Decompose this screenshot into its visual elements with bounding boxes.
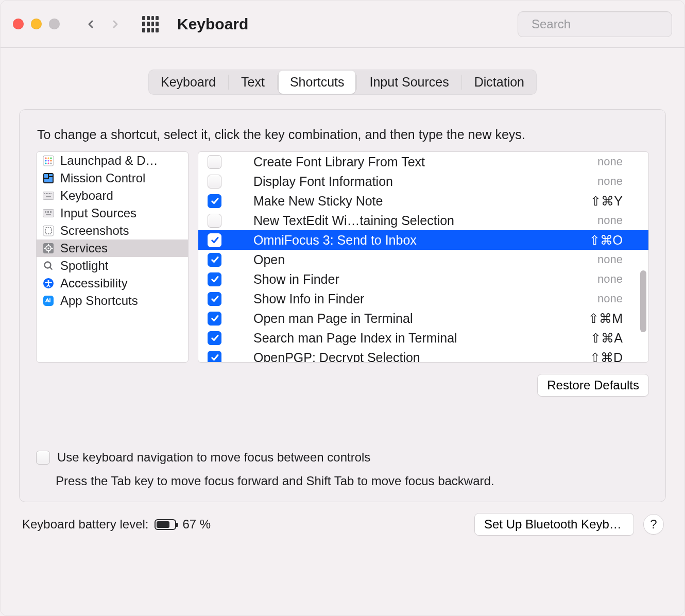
category-label: Screenshots <box>60 224 129 238</box>
minimize-window-button[interactable] <box>31 19 42 29</box>
titlebar: Keyboard <box>1 1 684 48</box>
shortcut-name: OpenPGP: Decrypt Selection <box>253 350 590 363</box>
svg-point-6 <box>45 160 46 161</box>
category-label: Services <box>60 241 108 255</box>
shortcut-name: New TextEdit Wi…taining Selection <box>253 213 597 228</box>
category-label: Mission Control <box>60 171 145 185</box>
svg-point-5 <box>50 157 52 159</box>
shortcut-list[interactable]: Create Font Library From Text none Displ… <box>198 151 649 363</box>
category-screenshots[interactable]: Screenshots <box>37 222 188 239</box>
svg-rect-17 <box>43 192 54 200</box>
shortcut-checkbox[interactable] <box>208 233 221 247</box>
battery-percent: 67 % <box>182 517 211 532</box>
shortcut-checkbox[interactable] <box>208 175 221 189</box>
shortcut-row[interactable]: Search man Page Index in Terminal ⇧⌘A <box>198 328 648 348</box>
shortcut-row[interactable]: Show in Finder none <box>198 269 648 289</box>
svg-point-41 <box>47 280 49 282</box>
shortcut-row[interactable]: Show Info in Finder none <box>198 289 648 309</box>
mission-control-icon <box>43 173 54 184</box>
svg-rect-21 <box>49 193 50 194</box>
shortcut-keys[interactable]: none <box>597 175 623 188</box>
zoom-window-button <box>49 19 60 29</box>
window-controls <box>13 19 60 29</box>
category-services[interactable]: Services <box>37 239 188 257</box>
shortcut-row[interactable]: Open none <box>198 250 648 269</box>
svg-point-3 <box>45 157 46 159</box>
shortcut-checkbox[interactable] <box>208 331 221 345</box>
search-input[interactable] <box>530 16 685 32</box>
category-label: App Shortcuts <box>60 294 138 308</box>
shortcut-checkbox[interactable] <box>208 155 221 169</box>
svg-rect-27 <box>47 211 49 213</box>
shortcut-row[interactable]: OpenPGP: Decrypt Selection ⇧⌘D <box>198 348 648 363</box>
shortcut-checkbox[interactable] <box>208 312 221 326</box>
app-shortcuts-icon <box>43 295 54 306</box>
category-label: Input Sources <box>60 206 136 220</box>
shortcut-checkbox[interactable] <box>208 214 221 228</box>
shortcut-checkbox[interactable] <box>208 292 221 306</box>
screenshots-icon <box>43 225 54 236</box>
category-app-shortcuts[interactable]: App Shortcuts <box>37 292 188 310</box>
close-window-button[interactable] <box>13 19 24 29</box>
restore-defaults-button[interactable]: Restore Defaults <box>537 374 649 397</box>
svg-rect-29 <box>43 226 54 236</box>
category-launchpad[interactable]: Launchpad & D… <box>37 152 188 169</box>
category-spotlight[interactable]: Spotlight <box>37 257 188 275</box>
category-mission-control[interactable]: Mission Control <box>37 169 188 187</box>
shortcut-keys[interactable]: none <box>597 214 623 227</box>
svg-rect-18 <box>44 193 45 194</box>
shortcut-keys[interactable]: ⇧⌘D <box>590 350 623 363</box>
shortcut-checkbox[interactable] <box>208 253 221 267</box>
shortcut-row[interactable]: Open man Page in Terminal ⇧⌘M <box>198 309 648 328</box>
tab-keyboard[interactable]: Keyboard <box>149 71 227 94</box>
tab-text[interactable]: Text <box>230 71 276 94</box>
category-accessibility[interactable]: Accessibility <box>37 275 188 292</box>
shortcut-row[interactable]: Display Font Information none <box>198 172 648 191</box>
back-button[interactable] <box>81 15 100 33</box>
shortcut-row[interactable]: Make New Sticky Note ⇧⌘Y <box>198 191 648 211</box>
shortcut-keys[interactable]: ⇧⌘O <box>589 233 623 248</box>
setup-bluetooth-keyboard-button[interactable]: Set Up Bluetooth Keyboard… <box>474 513 634 536</box>
shortcut-keys[interactable]: ⇧⌘Y <box>590 194 623 209</box>
scrollbar-thumb[interactable] <box>640 270 646 332</box>
shortcut-keys[interactable]: none <box>597 292 623 305</box>
shortcut-row[interactable]: OmniFocus 3: Send to Inbox ⇧⌘O <box>198 230 648 250</box>
shortcut-keys[interactable]: none <box>597 155 623 168</box>
keyboard-nav-checkbox[interactable] <box>36 451 50 465</box>
tab-shortcuts[interactable]: Shortcuts <box>279 71 356 94</box>
shortcut-checkbox[interactable] <box>208 351 221 363</box>
instruction-text: To change a shortcut, select it, click t… <box>37 127 648 142</box>
category-input-sources[interactable]: Input Sources <box>37 204 188 222</box>
svg-rect-28 <box>50 211 52 213</box>
shortcut-keys[interactable]: none <box>597 272 623 286</box>
tab-input-sources[interactable]: Input Sources <box>358 71 460 94</box>
svg-point-33 <box>47 247 49 249</box>
input-sources-icon <box>43 208 54 219</box>
svg-rect-19 <box>46 193 47 194</box>
shortcut-checkbox[interactable] <box>208 272 221 286</box>
svg-point-9 <box>45 162 46 164</box>
shortcut-name: Show Info in Finder <box>253 292 597 306</box>
shortcut-checkbox[interactable] <box>208 194 221 208</box>
category-keyboard[interactable]: Keyboard <box>37 187 188 204</box>
show-all-prefs-button[interactable] <box>142 16 159 32</box>
svg-point-4 <box>47 157 49 159</box>
battery-icon <box>155 519 176 530</box>
svg-line-39 <box>50 267 53 270</box>
category-list[interactable]: Launchpad & D… Mission Control Keyboard … <box>36 151 189 363</box>
tab-dictation[interactable]: Dictation <box>463 71 536 94</box>
shortcut-keys[interactable]: ⇧⌘A <box>590 331 623 346</box>
search-field[interactable] <box>518 11 672 37</box>
shortcut-row[interactable]: New TextEdit Wi…taining Selection none <box>198 211 648 230</box>
pref-tabs: Keyboard Text Shortcuts Input Sources Di… <box>148 70 537 95</box>
shortcut-name: OmniFocus 3: Send to Inbox <box>253 233 589 248</box>
svg-point-7 <box>47 160 49 161</box>
shortcut-keys[interactable]: ⇧⌘M <box>588 311 623 326</box>
help-button[interactable]: ? <box>643 514 664 535</box>
category-label: Accessibility <box>60 276 128 290</box>
shortcut-row[interactable]: Create Font Library From Text none <box>198 152 648 172</box>
footer: Keyboard battery level: 67 % Set Up Blue… <box>1 502 684 546</box>
shortcut-keys[interactable]: none <box>597 253 623 266</box>
launchpad-icon <box>43 155 54 166</box>
shortcut-name: Make New Sticky Note <box>253 194 590 209</box>
